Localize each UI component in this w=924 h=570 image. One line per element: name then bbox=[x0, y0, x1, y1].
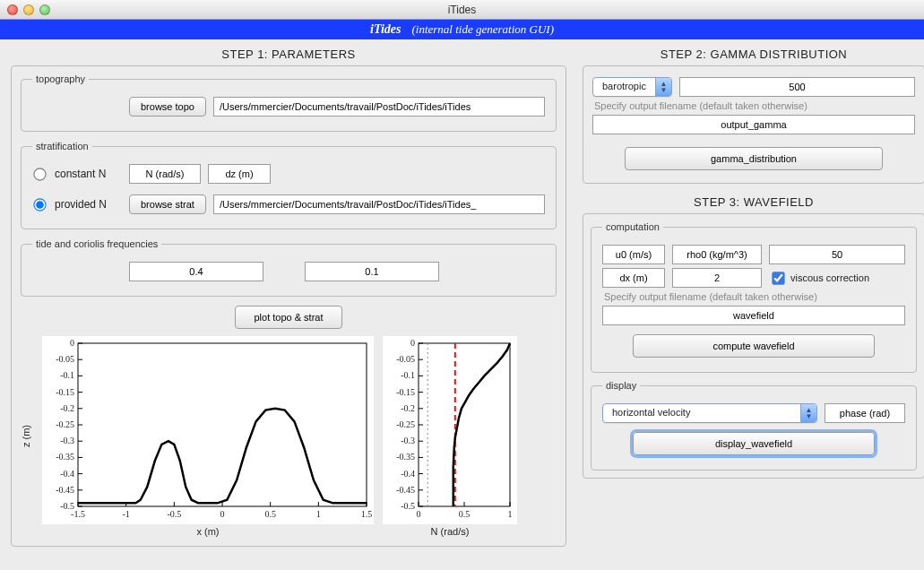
rho0-input[interactable] bbox=[672, 245, 762, 264]
viscous-checkbox-input[interactable] bbox=[772, 272, 784, 284]
svg-text:0.5: 0.5 bbox=[459, 509, 471, 519]
svg-text:-0.45: -0.45 bbox=[396, 485, 415, 495]
svg-text:1.5: 1.5 bbox=[361, 509, 373, 519]
svg-text:-0.45: -0.45 bbox=[56, 485, 74, 495]
stratification-chart: 00.510-0.05-0.1-0.15-0.2-0.25-0.3-0.35-0… bbox=[383, 336, 517, 524]
computation-group: computation viscous correction bbox=[591, 221, 917, 373]
svg-text:-0.3: -0.3 bbox=[60, 436, 74, 445]
wavefield-hint: Specify output filename (default taken o… bbox=[604, 291, 905, 302]
svg-rect-37 bbox=[419, 343, 510, 506]
topo-path-input[interactable] bbox=[213, 97, 545, 117]
wavefield-filename-input[interactable] bbox=[602, 306, 905, 325]
svg-text:-0.15: -0.15 bbox=[396, 387, 415, 397]
banner-title: iTides bbox=[370, 22, 401, 37]
svg-text:0: 0 bbox=[417, 509, 421, 519]
plot-button[interactable]: plot topo & strat bbox=[235, 306, 341, 329]
svg-text:0.5: 0.5 bbox=[264, 509, 276, 519]
svg-text:-0.2: -0.2 bbox=[401, 403, 415, 413]
svg-text:-0.25: -0.25 bbox=[56, 419, 74, 429]
browse-strat-button[interactable]: browse strat bbox=[129, 194, 206, 214]
gamma-type-select[interactable]: barotropic ▲▼ bbox=[592, 77, 672, 97]
svg-text:-0.05: -0.05 bbox=[56, 354, 74, 364]
step2-heading: STEP 2: GAMMA DISTRIBUTION bbox=[583, 48, 924, 60]
svg-text:-0.35: -0.35 bbox=[396, 452, 415, 462]
gamma-hint: Specify output filename (default taken o… bbox=[594, 100, 915, 111]
f-input[interactable] bbox=[305, 262, 439, 281]
svg-text:-0.35: -0.35 bbox=[56, 452, 74, 462]
svg-rect-0 bbox=[78, 343, 367, 506]
omega-input[interactable] bbox=[129, 262, 263, 281]
svg-text:-0.15: -0.15 bbox=[56, 387, 74, 397]
display-var-select[interactable]: horizontal velocity ▲▼ bbox=[602, 403, 817, 423]
svg-text:-1: -1 bbox=[122, 509, 129, 519]
topography-legend: topography bbox=[32, 73, 89, 84]
dx-input[interactable] bbox=[602, 268, 665, 288]
gamma-distribution-button[interactable]: gamma_distribution bbox=[625, 147, 883, 170]
svg-text:-0.4: -0.4 bbox=[401, 469, 415, 479]
browse-topo-button[interactable]: browse topo bbox=[129, 97, 206, 117]
dz-input[interactable] bbox=[208, 164, 271, 184]
strat-path-input[interactable] bbox=[213, 194, 545, 214]
tide-legend: tide and coriolis frequencies bbox=[32, 238, 161, 249]
window-titlebar: iTides bbox=[0, 0, 924, 20]
svg-text:-0.5: -0.5 bbox=[60, 501, 74, 511]
x-axis-label-right: N (rad/s) bbox=[383, 526, 517, 537]
n-value-input[interactable] bbox=[129, 164, 201, 184]
plot-area: z (m) -1.5-1-0.500.511.50-0.05-0.1-0.15-… bbox=[21, 336, 557, 537]
topography-group: topography browse topo bbox=[21, 73, 557, 132]
provided-n-radio-input[interactable] bbox=[33, 198, 46, 211]
banner-subtitle: (internal tide generation GUI) bbox=[411, 22, 554, 37]
svg-text:0: 0 bbox=[220, 509, 225, 519]
stratification-legend: stratification bbox=[32, 141, 92, 151]
svg-text:-0.5: -0.5 bbox=[401, 501, 415, 511]
display-group: display horizontal velocity ▲▼ display_w… bbox=[591, 380, 917, 471]
svg-text:-0.2: -0.2 bbox=[60, 403, 74, 413]
dx-extra-input[interactable] bbox=[672, 268, 762, 288]
viscous-checkbox[interactable]: viscous correction bbox=[769, 270, 869, 287]
svg-text:-0.4: -0.4 bbox=[60, 469, 74, 479]
svg-text:-0.5: -0.5 bbox=[167, 509, 181, 519]
computation-legend: computation bbox=[602, 221, 663, 232]
u0-input[interactable] bbox=[602, 245, 665, 264]
provided-n-radio[interactable]: provided N bbox=[32, 198, 122, 211]
constant-n-radio-input[interactable] bbox=[33, 168, 46, 180]
constant-n-radio[interactable]: constant N bbox=[32, 168, 122, 180]
svg-text:-0.05: -0.05 bbox=[396, 354, 415, 364]
step3-heading: STEP 3: WAVEFIELD bbox=[583, 196, 924, 208]
step1-heading: STEP 1: PARAMETERS bbox=[11, 48, 566, 60]
svg-text:-0.1: -0.1 bbox=[401, 370, 415, 380]
stratification-group: stratification constant N provided N bro… bbox=[21, 141, 557, 229]
tide-group: tide and coriolis frequencies bbox=[21, 238, 557, 297]
svg-text:0: 0 bbox=[70, 338, 74, 348]
svg-text:-0.1: -0.1 bbox=[60, 370, 74, 380]
svg-text:1: 1 bbox=[316, 509, 321, 519]
z-axis-label: z (m) bbox=[21, 425, 39, 447]
gamma-num-input[interactable] bbox=[679, 77, 915, 97]
app-banner: iTides (internal tide generation GUI) bbox=[0, 20, 924, 39]
gamma-filename-input[interactable] bbox=[592, 115, 915, 134]
x-axis-label-left: x (m) bbox=[42, 526, 374, 537]
svg-text:0: 0 bbox=[410, 338, 415, 348]
display-wavefield-button[interactable]: display_wavefield bbox=[633, 432, 875, 455]
svg-text:1: 1 bbox=[508, 509, 513, 519]
rho0-extra-input[interactable] bbox=[769, 245, 905, 264]
window-title: iTides bbox=[0, 4, 924, 16]
topography-chart: -1.5-1-0.500.511.50-0.05-0.1-0.15-0.2-0.… bbox=[42, 336, 374, 524]
svg-text:-0.3: -0.3 bbox=[401, 436, 415, 445]
svg-text:-0.25: -0.25 bbox=[396, 419, 415, 429]
updown-icon: ▲▼ bbox=[800, 404, 816, 422]
updown-icon: ▲▼ bbox=[655, 78, 671, 96]
display-legend: display bbox=[602, 380, 640, 391]
compute-wavefield-button[interactable]: compute wavefield bbox=[633, 334, 875, 358]
phase-input[interactable] bbox=[825, 403, 905, 423]
